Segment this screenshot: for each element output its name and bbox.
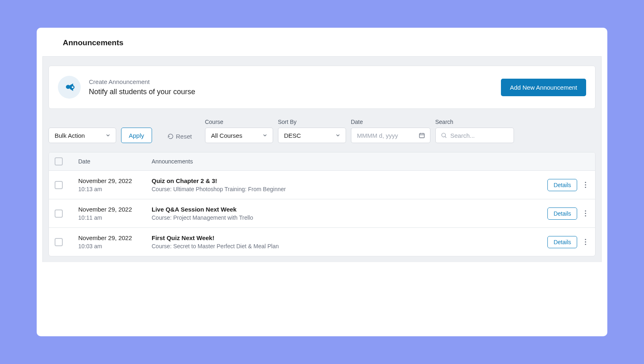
select-all-checkbox[interactable] xyxy=(55,157,63,165)
apply-button[interactable]: Apply xyxy=(121,128,152,143)
sort-filter-label: Sort By xyxy=(278,119,346,125)
announcements-column-header: Announcements xyxy=(152,158,193,165)
course-select-value: All Courses xyxy=(205,132,273,139)
row-actions: Details xyxy=(547,236,589,248)
details-button[interactable]: Details xyxy=(547,236,577,248)
row-date-col: November 29, 2022 10:13 am xyxy=(78,177,152,192)
announcement-title: First Quiz Next Week! xyxy=(152,234,547,241)
reset-icon xyxy=(168,133,174,139)
search-input[interactable] xyxy=(436,128,514,143)
row-actions: Details xyxy=(547,179,589,191)
more-actions-icon[interactable] xyxy=(581,208,589,219)
bulk-action-value: Bulk Action xyxy=(49,132,116,139)
search-icon xyxy=(441,132,447,139)
announcements-table: Date Announcements November 29, 2022 10:… xyxy=(49,152,595,256)
bulk-action-select[interactable]: Bulk Action xyxy=(49,128,116,143)
row-time: 10:03 am xyxy=(78,243,152,249)
svg-point-5 xyxy=(441,133,445,137)
page-title: Announcements xyxy=(63,38,596,47)
svg-rect-1 xyxy=(419,133,424,138)
sort-select-value: DESC xyxy=(278,132,346,139)
date-input[interactable]: MMMM d, yyyy xyxy=(351,128,430,143)
search-input-wrap xyxy=(435,128,514,143)
row-actions: Details xyxy=(547,207,589,220)
megaphone-icon-wrap xyxy=(58,76,81,99)
announcement-course: Course: Ultimate Photoshop Training: Fro… xyxy=(152,186,547,192)
row-date: November 29, 2022 xyxy=(78,206,152,213)
details-button[interactable]: Details xyxy=(547,179,577,191)
date-column-header: Date xyxy=(78,158,152,165)
table-row: November 29, 2022 10:11 am Live Q&A Sess… xyxy=(49,199,595,228)
svg-line-6 xyxy=(445,137,446,138)
course-filter-label: Course xyxy=(205,119,273,125)
row-date: November 29, 2022 xyxy=(78,177,152,184)
svg-point-0 xyxy=(71,86,74,89)
announcement-title: Quiz on Chapter 2 & 3! xyxy=(152,177,547,184)
search-filter-label: Search xyxy=(435,119,514,125)
content-area: Create Announcement Notify all students … xyxy=(42,56,602,262)
reset-button[interactable]: Reset xyxy=(163,130,196,143)
sort-filter-group: Sort By DESC xyxy=(278,119,346,143)
row-checkbox[interactable] xyxy=(55,210,63,218)
date-filter-label: Date xyxy=(351,119,430,125)
row-date-col: November 29, 2022 10:11 am xyxy=(78,206,152,221)
row-checkbox[interactable] xyxy=(55,181,63,189)
create-announcement-card: Create Announcement Notify all students … xyxy=(49,66,595,109)
row-checkbox[interactable] xyxy=(55,238,63,246)
create-label: Create Announcement xyxy=(89,78,493,85)
more-actions-icon[interactable] xyxy=(581,179,589,191)
app-window: Announcements Create Announcement Notify… xyxy=(37,28,607,336)
row-date-col: November 29, 2022 10:03 am xyxy=(78,234,152,249)
create-texts: Create Announcement Notify all students … xyxy=(89,78,493,96)
course-filter-group: Course All Courses xyxy=(205,119,273,143)
table-header: Date Announcements xyxy=(49,152,595,171)
sort-select[interactable]: DESC xyxy=(278,128,346,143)
row-time: 10:13 am xyxy=(78,186,152,192)
course-select[interactable]: All Courses xyxy=(205,128,273,143)
announcement-title: Live Q&A Session Next Week xyxy=(152,206,547,213)
row-announcement-col: Live Q&A Session Next Week Course: Proje… xyxy=(152,206,547,221)
reset-label: Reset xyxy=(176,133,192,140)
row-announcement-col: Quiz on Chapter 2 & 3! Course: Ultimate … xyxy=(152,177,547,192)
megaphone-icon xyxy=(64,82,75,93)
create-subtitle: Notify all students of your course xyxy=(89,88,493,96)
announcement-course: Course: Secret to Master Perfect Diet & … xyxy=(152,243,547,249)
row-time: 10:11 am xyxy=(78,214,152,221)
table-row: November 29, 2022 10:13 am Quiz on Chapt… xyxy=(49,171,595,199)
details-button[interactable]: Details xyxy=(547,207,577,220)
more-actions-icon[interactable] xyxy=(581,236,589,248)
filters-row: Bulk Action Apply Reset Course All Cours… xyxy=(49,119,595,143)
table-row: November 29, 2022 10:03 am First Quiz Ne… xyxy=(49,228,595,256)
calendar-icon xyxy=(419,132,425,139)
page-header: Announcements xyxy=(37,28,607,56)
date-filter-group: Date MMMM d, yyyy xyxy=(351,119,430,143)
add-new-announcement-button[interactable]: Add New Announcement xyxy=(501,79,586,96)
search-filter-group: Search xyxy=(435,119,514,143)
row-date: November 29, 2022 xyxy=(78,234,152,241)
row-announcement-col: First Quiz Next Week! Course: Secret to … xyxy=(152,234,547,249)
announcement-course: Course: Project Management with Trello xyxy=(152,214,547,221)
